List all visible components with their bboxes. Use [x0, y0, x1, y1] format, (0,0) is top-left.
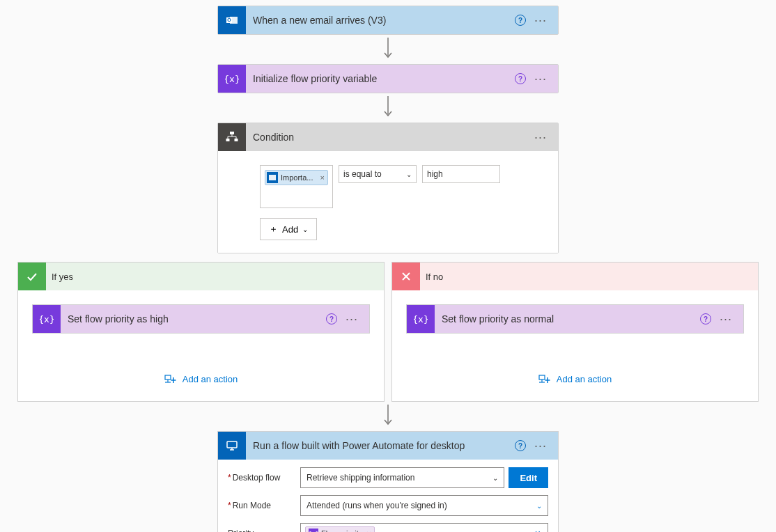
condition-left-operand[interactable]: Importa... ×: [260, 165, 333, 208]
if-yes-header: If yes: [18, 263, 384, 290]
outlook-icon: O: [218, 6, 246, 34]
more-menu-button[interactable]: ···: [534, 134, 547, 141]
init-variable-title: Initialize flow priority variable: [246, 73, 515, 84]
chevron-down-icon: ⌄: [536, 502, 542, 510]
svg-text:{x}: {x}: [414, 314, 428, 324]
add-action-icon: [538, 375, 551, 384]
variable-icon: {x}: [407, 305, 435, 333]
token-label: Flow priority: [321, 529, 362, 532]
plus-icon: ＋: [269, 223, 278, 235]
svg-text:{x}: {x}: [40, 314, 54, 324]
svg-rect-29: [227, 441, 237, 448]
if-no-header: If no: [392, 263, 758, 290]
remove-token-button[interactable]: ×: [366, 529, 371, 532]
token-label: Importa...: [281, 173, 318, 182]
desktop-icon: [218, 432, 246, 460]
action-title: Set flow priority as high: [61, 313, 326, 324]
run-desktop-flow-card: Run a flow built with Power Automate for…: [217, 431, 559, 532]
add-condition-button[interactable]: ＋ Add ⌄: [260, 218, 317, 240]
svg-text:{x}: {x}: [225, 74, 239, 84]
close-icon: [392, 263, 420, 290]
action-title: Set flow priority as normal: [435, 313, 700, 324]
variable-icon: {x}: [33, 305, 61, 333]
trigger-title: When a new email arrives (V3): [246, 15, 515, 26]
connector-arrow: [217, 35, 559, 64]
variable-icon: {x}: [218, 65, 246, 93]
set-priority-normal-card[interactable]: {x} Set flow priority as normal ? ···: [406, 304, 744, 334]
condition-card: Condition ··· Importa... ×: [217, 123, 559, 253]
svg-rect-12: [235, 139, 238, 141]
more-menu-button[interactable]: ···: [534, 17, 547, 24]
svg-rect-13: [269, 175, 276, 180]
help-icon[interactable]: ?: [700, 313, 711, 324]
condition-title: Condition: [246, 132, 534, 143]
check-icon: [18, 263, 46, 290]
help-icon[interactable]: ?: [326, 313, 337, 324]
more-menu-button[interactable]: ···: [534, 75, 547, 82]
run-mode-dropdown[interactable]: Attended (runs when you're signed in) ⌄: [300, 495, 548, 516]
chevron-down-icon: ⌄: [302, 226, 308, 233]
if-no-label: If no: [426, 272, 443, 282]
condition-icon: [218, 123, 246, 151]
svg-text:O: O: [227, 17, 231, 22]
variable-icon: {x}: [309, 529, 318, 532]
add-label: Add: [282, 224, 298, 235]
add-action-button[interactable]: Add an action: [32, 374, 370, 384]
desktop-flow-header[interactable]: Run a flow built with Power Automate for…: [218, 432, 558, 460]
desktop-flow-value: Retrieve shipping information: [306, 473, 414, 483]
init-variable-card[interactable]: {x} Initialize flow priority variable ? …: [217, 64, 559, 93]
more-menu-button[interactable]: ···: [346, 315, 358, 322]
trigger-card[interactable]: O When a new email arrives (V3) ? ···: [217, 6, 559, 35]
svg-rect-6: [230, 132, 234, 134]
condition-operator-dropdown[interactable]: is equal to ⌄: [339, 165, 417, 183]
add-action-label: Add an action: [557, 374, 612, 384]
if-yes-branch: If yes {x} Set flow priority as high ? ·…: [17, 262, 385, 402]
add-action-icon: [164, 375, 177, 384]
condition-header[interactable]: Condition ···: [218, 123, 558, 151]
clear-field-button[interactable]: ×: [532, 528, 543, 532]
operator-value: is equal to: [343, 169, 382, 179]
if-yes-label: If yes: [52, 272, 73, 282]
help-icon[interactable]: ?: [515, 440, 526, 451]
desktop-flow-title: Run a flow built with Power Automate for…: [246, 440, 515, 451]
outlook-icon: [267, 172, 278, 183]
remove-token-button[interactable]: ×: [320, 173, 325, 182]
add-action-label: Add an action: [183, 374, 238, 384]
desktop-flow-dropdown[interactable]: Retrieve shipping information ⌄: [300, 467, 504, 488]
flow-priority-token[interactable]: {x} Flow priority ×: [305, 526, 375, 532]
add-action-button[interactable]: Add an action: [406, 374, 744, 384]
connector-arrow: [217, 93, 559, 123]
more-menu-button[interactable]: ···: [720, 315, 732, 322]
chevron-down-icon: ⌄: [492, 474, 498, 482]
more-menu-button[interactable]: ···: [534, 442, 547, 449]
run-mode-label: Run Mode: [228, 501, 300, 510]
chevron-down-icon: ⌄: [406, 171, 412, 178]
if-no-branch: If no {x} Set flow priority as normal ? …: [391, 262, 759, 402]
desktop-flow-label: Desktop flow: [228, 473, 300, 483]
priority-label: Priority: [228, 529, 300, 532]
value-text: high: [427, 169, 443, 179]
edit-button[interactable]: Edit: [509, 467, 548, 488]
svg-rect-23: [539, 375, 545, 380]
importance-token[interactable]: Importa... ×: [265, 170, 328, 185]
help-icon[interactable]: ?: [515, 15, 526, 26]
condition-value-input[interactable]: high: [422, 165, 500, 183]
set-priority-high-card[interactable]: {x} Set flow priority as high ? ···: [32, 304, 370, 334]
run-mode-value: Attended (runs when you're signed in): [306, 501, 447, 510]
help-icon[interactable]: ?: [515, 73, 526, 84]
svg-rect-11: [226, 139, 230, 141]
svg-rect-15: [165, 375, 171, 380]
priority-input[interactable]: {x} Flow priority × ×: [300, 523, 548, 532]
connector-arrow: [6, 402, 770, 431]
